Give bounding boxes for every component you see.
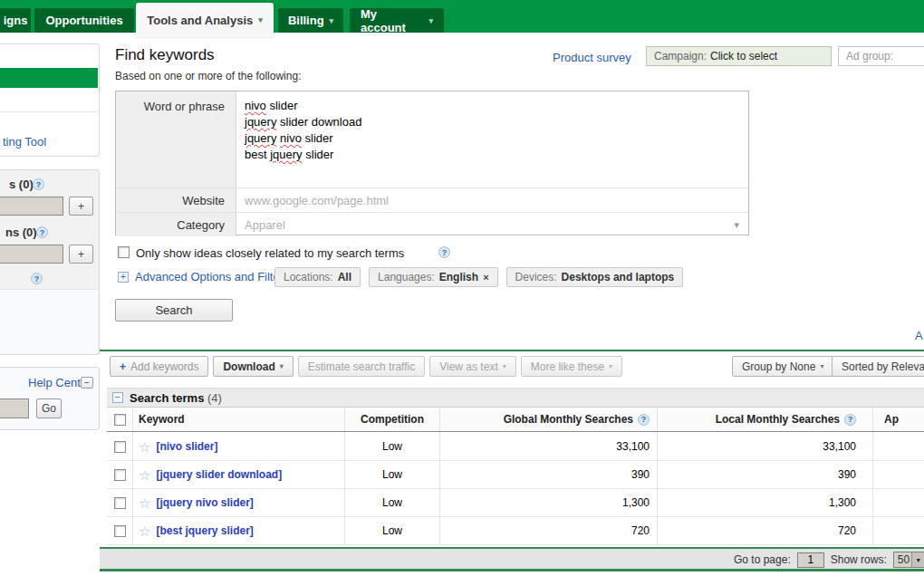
expand-icon[interactable]: +: [118, 272, 129, 283]
campaign-label: Campaign:: [654, 50, 707, 62]
chip-languages[interactable]: Languages: English ×: [369, 267, 498, 287]
col-keyword[interactable]: Keyword: [132, 408, 344, 431]
results-toolbar: + Add keywords Download ▾ Estimate searc…: [110, 356, 622, 377]
ad-group-label: Ad group:: [846, 50, 893, 62]
sidebar-add-button-2[interactable]: +: [69, 245, 93, 264]
sidebar-add-input-2[interactable]: [0, 245, 63, 264]
approx-value: [872, 489, 924, 516]
search-terms-count: (4): [207, 391, 222, 405]
star-icon[interactable]: ☆: [139, 496, 150, 510]
col-local-searches[interactable]: Local Monthly Searches ?: [657, 408, 872, 431]
row-checkbox[interactable]: [114, 497, 126, 509]
tab-billing[interactable]: Billing ▾: [278, 8, 343, 33]
col-approx-partial[interactable]: Ap: [872, 408, 924, 431]
chevron-down-icon: ▾: [280, 362, 284, 370]
category-label: Category: [116, 212, 236, 236]
ad-group-selector[interactable]: Ad group:: [838, 46, 924, 66]
column-label: Local Monthly Searches: [716, 413, 840, 426]
row-checkbox[interactable]: [114, 469, 126, 481]
product-survey-link[interactable]: Product survey: [553, 51, 631, 64]
competition-value: Low: [344, 461, 439, 488]
help-icon[interactable]: ?: [36, 226, 48, 238]
button-label: Add keywords: [130, 360, 198, 373]
collapse-icon[interactable]: −: [81, 377, 93, 389]
word-or-phrase-label: Word or phrase: [116, 91, 236, 187]
select-all-checkbox[interactable]: [114, 414, 126, 426]
view-as-text-button[interactable]: View as text ▾: [429, 356, 516, 377]
competition-value: Low: [344, 433, 439, 460]
keyword-link[interactable]: [jquery slider download]: [156, 468, 282, 481]
table-row: ☆ [jquery slider download] Low 390 390: [107, 461, 924, 489]
group-by-button[interactable]: Group by None ▾: [732, 356, 833, 377]
help-icon[interactable]: ?: [638, 414, 650, 426]
chip-value: All: [338, 271, 351, 283]
campaign-selector[interactable]: Campaign: Click to select: [646, 46, 832, 66]
column-label: Global Monthly Searches: [504, 413, 633, 426]
search-button[interactable]: Search: [115, 299, 233, 322]
sidebar-add-button-1[interactable]: +: [69, 197, 93, 216]
help-icon[interactable]: ?: [31, 273, 43, 284]
website-input[interactable]: www.google.com/page.html: [236, 187, 748, 212]
chevron-down-icon: ▾: [428, 16, 433, 25]
tab-label: Opportunities: [45, 14, 122, 27]
plus-icon: +: [120, 360, 126, 373]
star-icon[interactable]: ☆: [139, 468, 150, 482]
button-label: Sorted by Relevanc: [842, 360, 924, 373]
sorted-by-button[interactable]: Sorted by Relevanc: [832, 356, 924, 377]
tab-opportunities[interactable]: Opportunities: [34, 8, 134, 33]
keyword-link[interactable]: [nivo slider]: [156, 440, 217, 453]
add-keywords-button[interactable]: + Add keywords: [110, 356, 208, 377]
help-search-input[interactable]: [0, 398, 29, 418]
results-table-body: ☆ [nivo slider] Low 33,100 33,100 ☆ [jqu…: [107, 433, 924, 545]
chip-devices[interactable]: Devices: Desktops and laptops: [506, 267, 684, 287]
close-icon[interactable]: ×: [483, 272, 488, 283]
more-like-these-button[interactable]: More like these ▾: [521, 356, 622, 377]
col-global-searches[interactable]: Global Monthly Searches ?: [439, 408, 657, 431]
sidebar-empty-area: [0, 289, 98, 354]
col-competition[interactable]: Competition: [344, 408, 439, 431]
global-searches-value: 390: [439, 461, 657, 488]
sidebar-selected-item[interactable]: [0, 68, 98, 88]
keyword-link[interactable]: [jquery nivo slider]: [156, 496, 253, 509]
star-icon[interactable]: ☆: [139, 524, 150, 538]
sidebar-tool-link[interactable]: ting Tool: [3, 135, 46, 149]
show-rows-label: Show rows:: [831, 553, 887, 566]
global-searches-value: 720: [439, 517, 657, 544]
collapse-icon[interactable]: −: [112, 392, 123, 403]
tab-label: Tools and Analysis: [147, 14, 253, 27]
help-icon[interactable]: ?: [844, 414, 856, 426]
chip-locations[interactable]: Locations: All: [274, 267, 361, 287]
estimate-search-traffic-button[interactable]: Estimate search traffic: [298, 356, 426, 377]
help-icon[interactable]: ?: [33, 178, 44, 190]
select-arrow-icon: ▼: [911, 552, 924, 567]
approx-value: [872, 433, 924, 460]
tab-tools-and-analysis[interactable]: Tools and Analysis ▾: [136, 3, 274, 37]
page-title: Find keywords: [115, 46, 215, 64]
rows-select-value: 50: [894, 553, 911, 566]
button-label: Group by None: [742, 360, 815, 373]
help-icon[interactable]: ?: [438, 246, 450, 258]
about-data-link-partial[interactable]: A: [915, 329, 923, 342]
star-icon[interactable]: ☆: [139, 440, 150, 454]
filter-chips: Locations: All Languages: English × Devi…: [274, 267, 683, 287]
help-go-button[interactable]: Go: [36, 398, 62, 418]
competition-value: Low: [344, 517, 439, 544]
word-or-phrase-input[interactable]: nivo sliderjquery slider downloadjquery …: [236, 91, 748, 187]
download-button[interactable]: Download ▾: [213, 356, 293, 377]
rows-select[interactable]: 50 ▼: [893, 552, 924, 568]
tab-campaigns-partial[interactable]: igns: [0, 8, 31, 33]
related-checkbox[interactable]: [118, 246, 130, 258]
row-checkbox[interactable]: [114, 525, 126, 537]
page-input[interactable]: [797, 552, 824, 568]
advanced-options-link[interactable]: Advanced Options and Filters: [135, 270, 290, 283]
keyword-link[interactable]: [best jquery slider]: [156, 524, 253, 537]
category-select[interactable]: Apparel ▾: [236, 212, 748, 236]
chip-value: Desktops and laptops: [562, 271, 675, 283]
sidebar-add-input-1[interactable]: [0, 197, 63, 216]
top-navbar: igns Opportunities Tools and Analysis ▾ …: [0, 0, 924, 33]
button-label: Download: [223, 360, 274, 373]
table-row: ☆ [jquery nivo slider] Low 1,300 1,300: [107, 489, 924, 517]
row-checkbox[interactable]: [114, 441, 126, 453]
tab-my-account[interactable]: My account ▾: [350, 8, 444, 33]
global-searches-value: 1,300: [439, 489, 657, 516]
